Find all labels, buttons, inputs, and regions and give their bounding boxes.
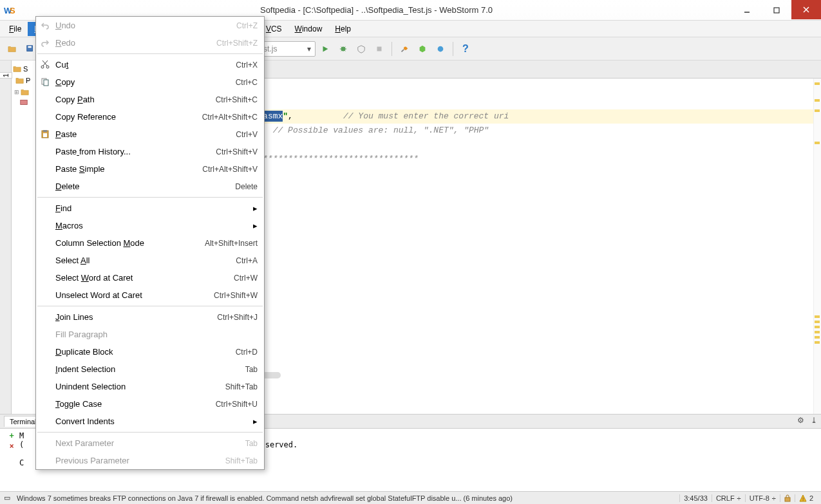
menuitem-previous-parameter: Previous ParameterShift+Tab [36,452,264,469]
debug-button[interactable] [335,41,352,57]
svg-rect-34 [43,130,47,132]
app-logo-icon: WS [4,4,17,17]
copy-icon [40,77,50,87]
menuitem-paste[interactable]: PasteCtrl+V [36,126,264,143]
stop-button[interactable] [371,41,388,57]
help-button[interactable]: ? [457,41,474,57]
menuitem-next-parameter: Next ParameterTab [36,434,264,452]
cut-icon [40,59,50,70]
svg-rect-35 [43,133,47,137]
event-log-icon[interactable]: ▭ [4,494,10,502]
window-minimize-button[interactable] [732,1,762,19]
window-title: Softpedia - [C:\Softpedia] - ..\Softpedi… [21,5,732,15]
menuitem-column-selection-mode[interactable]: Column Selection ModeAlt+Shift+Insert [36,234,264,252]
menuitem-delete[interactable]: DeleteDelete [36,178,264,195]
menuitem-find[interactable]: Find▸ [36,200,264,217]
browser-button[interactable] [432,41,449,57]
menuitem-duplicate-block[interactable]: Duplicate BlockCtrl+D [36,343,264,360]
svg-rect-22 [401,49,404,52]
redo-icon [40,37,50,48]
menuitem-select-word-at-caret[interactable]: Select Word at CaretCtrl+W [36,269,264,286]
terminal-close-session-icon[interactable]: × [9,442,14,451]
window-close-button[interactable] [791,0,821,19]
svg-rect-3 [774,8,779,13]
terminal-settings-icon[interactable]: ⚙ [797,416,804,425]
window-maximize-button[interactable] [762,1,791,19]
svg-line-29 [43,61,48,66]
menuitem-indent-selection[interactable]: Indent SelectionTab [36,360,264,378]
menu-file[interactable]: File [3,22,28,36]
menuitem-macros[interactable]: Macros▸ [36,217,264,234]
menuitem-paste-from-history[interactable]: Paste from History...Ctrl+Shift+V [36,143,264,160]
svg-point-28 [46,66,49,68]
terminal-new-session-icon[interactable]: + [9,431,14,440]
svg-point-27 [41,66,44,68]
menuitem-toggle-case[interactable]: Toggle CaseCtrl+Shift+U [36,395,264,413]
svg-line-30 [42,61,47,66]
notifications-indicator[interactable]: !2 [795,494,817,502]
svg-rect-25 [785,498,790,501]
nodejs-button[interactable] [414,41,431,57]
undo-icon [40,20,50,30]
statusbar: ▭ Windows 7 sometimes breaks FTP connect… [0,491,821,504]
svg-point-23 [438,46,444,51]
menuitem-join-lines[interactable]: Join LinesCtrl+Shift+J [36,308,264,326]
menuitem-unindent-selection[interactable]: Unindent SelectionShift+Tab [36,378,264,395]
cursor-position[interactable]: 3:45/33 [679,494,712,502]
open-button[interactable] [4,41,21,57]
menuitem-copy-path[interactable]: Copy PathCtrl+Shift+C [36,91,264,108]
svg-rect-24 [21,100,28,105]
menuitem-convert-indents[interactable]: Convert Indents▸ [36,413,264,430]
menu-help[interactable]: Help [328,22,357,36]
svg-text:S: S [10,6,15,15]
menuitem-copy-reference[interactable]: Copy ReferenceCtrl+Alt+Shift+C [36,108,264,126]
paste-icon [40,129,50,139]
line-separator[interactable]: CRLF ÷ [712,494,745,502]
file-encoding[interactable]: UTF-8 ÷ [745,494,780,502]
menuitem-cut[interactable]: CutCtrl+X [36,56,264,73]
status-message[interactable]: Windows 7 sometimes breaks FTP connectio… [13,494,679,502]
svg-rect-32 [44,80,48,86]
terminal-hide-icon[interactable]: ⤓ [811,416,817,425]
run-button[interactable] [317,41,334,57]
settings-button[interactable] [396,41,413,57]
menuitem-fill-paragraph: Fill Paragraph [36,326,264,343]
menuitem-paste-simple[interactable]: Paste SimpleCtrl+Alt+Shift+V [36,160,264,178]
menuitem-copy[interactable]: CopyCtrl+C [36,73,264,91]
svg-rect-21 [377,46,382,51]
edit-menu-dropdown: UndoCtrl+ZRedoCtrl+Shift+ZCutCtrl+XCopyC… [35,16,265,470]
menuitem-unselect-word-at-caret[interactable]: Unselect Word at CaretCtrl+Shift+W [36,286,264,304]
menu-window[interactable]: Window [288,22,329,36]
project-tool-window-tab[interactable]: 1 [1,66,11,85]
svg-rect-7 [28,46,32,48]
svg-text:!: ! [802,496,804,502]
coverage-button[interactable] [353,41,370,57]
readonly-toggle-icon[interactable] [780,494,795,502]
menuitem-redo: RedoCtrl+Shift+Z [36,34,264,51]
menuitem-select-all[interactable]: Select AllCtrl+A [36,252,264,269]
menuitem-undo: UndoCtrl+Z [36,17,264,34]
